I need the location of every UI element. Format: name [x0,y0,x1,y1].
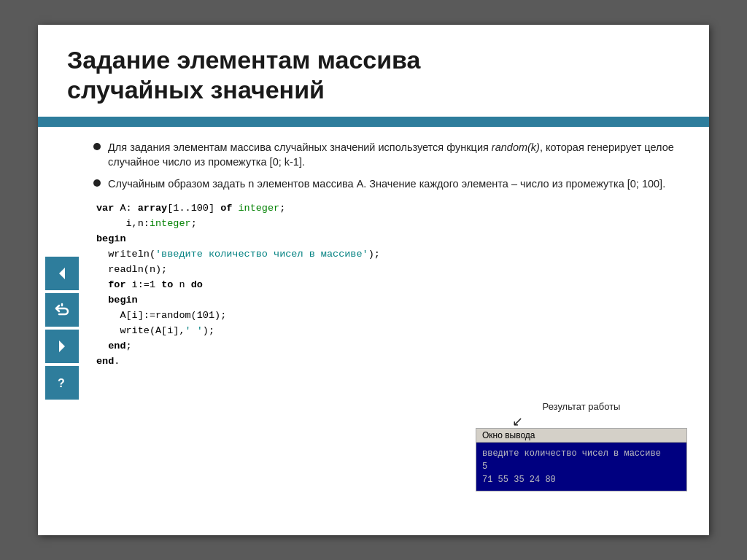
output-section: Результат работы ↙ Окно вывода введите к… [476,401,687,491]
left-nav: ? [45,257,79,400]
bullet-text-2: Случайным образом задать n элементов мас… [108,176,665,191]
main-content: Для задания элементам массива случайных … [89,140,694,400]
code-line: writeln('введите количество чисел в масс… [96,247,694,262]
help-icon: ? [53,374,71,392]
code-line: for i:=1 to n do [96,278,694,293]
code-line: var A: array[1..100] of integer; [96,201,694,217]
svg-text:?: ? [58,377,65,389]
output-line: введите количество чисел в массиве [482,447,681,460]
bullet-list: Для задания элементам массива случайных … [93,140,694,192]
code-line: end. [96,354,694,370]
help-button[interactable]: ? [45,366,79,400]
code-line: write(A[i],' '); [96,324,694,339]
output-titlebar: Окно вывода [476,429,686,443]
code-line: end; [96,339,694,354]
back-icon [53,265,71,282]
output-line: 71 55 35 24 80 [482,473,681,486]
title-area: Задание элементам массива случайных знач… [38,25,709,117]
list-item: Случайным образом задать n элементов мас… [93,176,694,191]
code-line: readln(n); [96,262,694,278]
replay-icon [53,301,71,319]
output-line: 5 [482,460,681,473]
code-block: var A: array[1..100] of integer; i,n:int… [93,201,694,369]
replay-button[interactable] [45,293,79,327]
bullet-dot [93,179,101,187]
output-result-label: Результат работы [476,401,687,412]
output-body: введите количество чисел в массиве 5 71 … [476,443,686,491]
code-line: i,n:integer; [96,217,694,232]
code-line: begin [96,232,694,247]
back-button[interactable] [45,257,79,290]
content-area: ? Для задания элементам массива случайны… [38,127,709,407]
forward-button[interactable] [45,330,79,363]
slide-title: Задание элементам массива случайных знач… [67,45,680,105]
list-item: Для задания элементам массива случайных … [93,140,694,170]
output-window: Окно вывода введите количество чисел в м… [476,428,687,491]
bullet-text-1: Для задания элементам массива случайных … [108,140,694,170]
output-arrow: ↙ [512,415,687,428]
svg-marker-0 [59,268,65,279]
decorative-bar [38,117,709,127]
forward-icon [53,338,71,355]
svg-marker-1 [59,341,65,352]
slide: Задание элементам массива случайных знач… [38,25,709,535]
bullet-dot [93,143,101,150]
code-line: begin [96,293,694,308]
code-line: A[i]:=random(101); [96,308,694,324]
